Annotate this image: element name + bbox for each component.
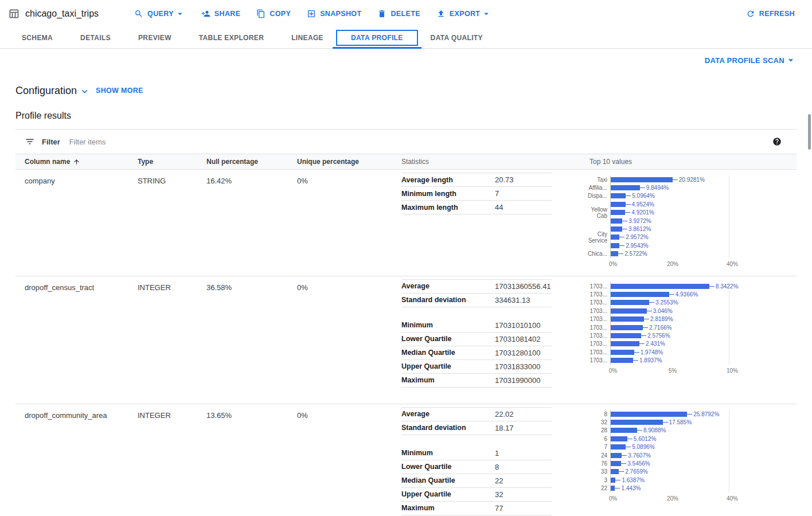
- table-grid-icon: [8, 8, 19, 19]
- statistic-value: 17031081402: [495, 335, 541, 343]
- scan-menu-label: DATA PROFILE SCAN: [705, 56, 784, 65]
- scan-row: DATA PROFILE SCAN: [0, 49, 812, 66]
- tab-details[interactable]: DETAILS: [67, 28, 124, 48]
- query-button[interactable]: QUERY: [126, 4, 193, 24]
- column-header-null-percentage[interactable]: Null percentage: [206, 158, 297, 166]
- profile-table-body: companySTRING16.42%0%Average length20.73…: [15, 170, 797, 516]
- share-label: SHARE: [214, 10, 241, 18]
- annotation-line: [618, 253, 623, 254]
- query-label: QUERY: [147, 10, 174, 18]
- chevron-down-icon[interactable]: [79, 86, 90, 97]
- statistic-row: Lower Quartile8: [401, 460, 552, 474]
- null-percentage-cell: 16.42%: [206, 170, 297, 276]
- bar-category-label: 1703...: [583, 316, 610, 322]
- statistic-row: Lower Quartile17031081402: [401, 333, 552, 346]
- bar-row: 1703...3.046%: [583, 307, 797, 315]
- tab-schema[interactable]: SCHEMA: [8, 28, 67, 48]
- delete-button[interactable]: DELETE: [369, 5, 428, 23]
- value-bar: [611, 226, 622, 232]
- annotation-line: [640, 187, 645, 188]
- statistic-value: 7: [495, 189, 499, 198]
- table-row: companySTRING16.42%0%Average length20.73…: [15, 170, 797, 276]
- annotation-value: 2.9543%: [626, 243, 648, 249]
- table-title: chicago_taxi_trips: [25, 9, 99, 19]
- bar-row: 1703...1.8937%: [583, 356, 797, 364]
- statistic-row: Maximum17031990000: [401, 374, 552, 388]
- snapshot-button[interactable]: SNAPSHOT: [299, 5, 369, 23]
- share-button[interactable]: SHARE: [193, 5, 249, 23]
- bar-plot: 3.5456%: [610, 459, 729, 467]
- statistic-row: Minimum length7: [401, 187, 552, 201]
- column-header-unique-percentage[interactable]: Unique percentage: [297, 158, 401, 166]
- statistic-row: Upper Quartile32: [401, 488, 552, 502]
- top-10-values-header-label: Top 10 values: [590, 158, 632, 166]
- annotation-value: 3.7607%: [628, 452, 650, 459]
- statistics-cell: Average22.02Standard deviation18.17Minim…: [401, 404, 590, 516]
- statistic-value: 44: [495, 203, 503, 212]
- data-profile-scan-menu[interactable]: DATA PROFILE SCAN: [705, 54, 797, 66]
- value-bar: [611, 284, 709, 289]
- bar-category-label: 33: [583, 468, 610, 475]
- profile-results-panel: Filter Column name Type Null percentage …: [15, 129, 797, 516]
- value-bar: [611, 453, 622, 458]
- bar-category-label: 3: [583, 477, 610, 483]
- bar-row: 1703...2.431%: [583, 340, 797, 348]
- annotation-value: 8.3422%: [716, 283, 738, 290]
- bar-plot: 4.9366%: [610, 290, 729, 298]
- annotation-value: 5.0964%: [632, 193, 654, 199]
- value-bar: [611, 300, 649, 305]
- annotation-line: [626, 204, 631, 205]
- bar-category-label: 1703...: [583, 349, 610, 355]
- help-icon[interactable]: [772, 137, 782, 146]
- scrollbar-thumb[interactable]: [808, 114, 811, 150]
- bar-row: 1703...4.9366%: [583, 290, 797, 298]
- bar-category-label: 1703...: [583, 325, 610, 331]
- bar-category-label: City Service: [583, 231, 610, 244]
- bar-plot: 25.8792%: [610, 410, 729, 418]
- axis-tick-label: 20%: [667, 495, 678, 502]
- tab-preview[interactable]: PREVIEW: [124, 28, 185, 48]
- bar-row: 1703...2.5756%: [583, 331, 797, 339]
- statistic-label: Maximum: [401, 376, 495, 384]
- bar-category-label: 1703...: [583, 357, 610, 363]
- bar-category-label: 32: [583, 419, 610, 425]
- value-bar: [611, 461, 621, 466]
- bar-category-label: 1703...: [583, 299, 610, 306]
- annotation-value: 20.9281%: [679, 177, 705, 183]
- bar-plot: 9.8494%: [610, 183, 729, 191]
- bar-row: Yellow Cab4.9201%: [583, 209, 797, 217]
- copy-button[interactable]: COPY: [248, 5, 299, 23]
- tab-lineage[interactable]: LINEAGE: [278, 28, 337, 48]
- filter-input[interactable]: [69, 138, 772, 146]
- column-header-column-name[interactable]: Column name: [15, 158, 138, 166]
- bar-row: 75.0896%: [583, 443, 797, 451]
- export-button[interactable]: EXPORT: [428, 4, 500, 24]
- annotation-line: [619, 471, 624, 472]
- column-header-type[interactable]: Type: [138, 158, 206, 166]
- bar-plot: 1.6387%: [610, 476, 729, 484]
- value-bar: [611, 412, 687, 417]
- snapshot-label: SNAPSHOT: [320, 10, 361, 18]
- tab-table-explorer[interactable]: TABLE EXPLORER: [185, 28, 278, 48]
- annotation-line: [639, 343, 645, 344]
- tab-data-profile[interactable]: DATA PROFILE: [337, 28, 417, 48]
- statistic-value: 334631.13: [495, 296, 530, 304]
- bar-row: 1703...2.7166%: [583, 323, 797, 331]
- snapshot-icon: [307, 9, 316, 18]
- statistic-label: Median Quartile: [401, 349, 495, 357]
- refresh-button[interactable]: REFRESH: [738, 5, 803, 23]
- statistic-value: 17031990000: [495, 376, 541, 385]
- table-row: dropoff_community_areaINTEGER13.65%0%Ave…: [15, 404, 797, 516]
- statistics-table: Average length20.73Minimum length7Maximu…: [401, 173, 552, 214]
- annotation-line: [673, 179, 678, 180]
- tab-label: TABLE EXPLORER: [199, 34, 264, 42]
- value-bar: [611, 333, 641, 338]
- sort-ascending-icon: [73, 158, 80, 166]
- profile-results-heading: Profile results: [0, 97, 812, 129]
- show-more-link[interactable]: SHOW MORE: [96, 87, 143, 95]
- column-name-header-label: Column name: [25, 158, 70, 166]
- bar-plot: 2.7659%: [610, 468, 729, 476]
- bar-plot: 2.9572%: [610, 233, 729, 241]
- tab-data-quality[interactable]: DATA QUALITY: [417, 28, 497, 48]
- bar-row: 221.443%: [583, 484, 797, 492]
